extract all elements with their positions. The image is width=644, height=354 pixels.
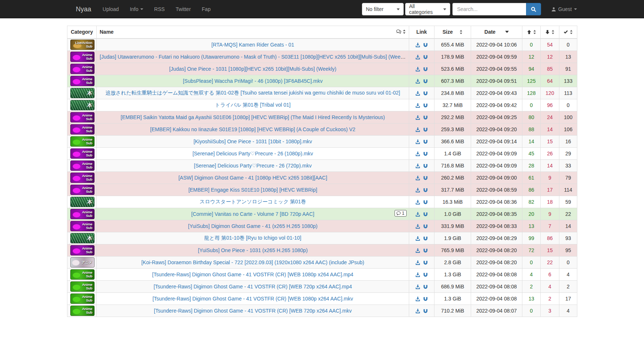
category-link[interactable]: 本	[70, 100, 93, 110]
magnet-link[interactable]	[423, 272, 428, 277]
category-link[interactable]: AnimeSub	[70, 281, 93, 292]
download-torrent-link[interactable]	[415, 115, 420, 120]
download-torrent-link[interactable]	[415, 212, 420, 217]
magnet-link[interactable]	[423, 43, 428, 47]
category-link[interactable]: AnimeSub	[70, 294, 93, 304]
torrent-name-link[interactable]: [Tsundere-Raws] Digimon Ghost Game - 41 …	[152, 272, 353, 277]
torrent-name-link[interactable]: [Tsundere-Raws] Digimon Ghost Game - 41 …	[154, 308, 352, 314]
download-torrent-link[interactable]	[415, 296, 420, 301]
brand-link[interactable]: Nyaa	[76, 0, 91, 18]
magnet-link[interactable]	[423, 139, 428, 144]
torrent-name-link[interactable]: 龍と苺 第01-10巻 [Ryu to Ichigo vol 01-10]	[204, 235, 301, 241]
torrent-name-link[interactable]: [EMBER] Kakkou no Iinazuke S01E19 [1080p…	[150, 126, 355, 132]
magnet-link[interactable]	[423, 176, 428, 180]
nav-item-info[interactable]: Info	[124, 0, 148, 18]
download-torrent-link[interactable]	[415, 260, 420, 265]
download-torrent-link[interactable]	[415, 103, 420, 108]
download-torrent-link[interactable]	[415, 43, 420, 47]
magnet-link[interactable]	[423, 200, 428, 204]
header-completed[interactable]	[559, 26, 577, 38]
download-torrent-link[interactable]	[415, 151, 420, 156]
category-link[interactable]: AnimeSub	[70, 64, 93, 74]
torrent-name-link[interactable]: [RTA-MQS] Kamen Rider Geats - 01	[211, 42, 294, 48]
download-torrent-link[interactable]	[415, 272, 420, 277]
category-link[interactable]: AnimeSub	[70, 185, 93, 195]
torrent-name-link[interactable]: スロウスタートアンソロジーコミック 第01巻	[200, 199, 306, 204]
nav-item-rss[interactable]: RSS	[149, 0, 170, 18]
category-link[interactable]: AnimeSub	[70, 209, 93, 219]
magnet-link[interactable]	[423, 248, 428, 253]
torrent-name-link[interactable]: [Koi-Raws] Doraemon Birthday Special - 7…	[141, 259, 364, 265]
category-link[interactable]: 本	[70, 88, 93, 98]
category-link[interactable]: AnimeSub	[70, 306, 93, 316]
download-torrent-link[interactable]	[415, 139, 420, 144]
torrent-name-link[interactable]: [SubsPlease] Waccha PriMagi! - 46 (1080p…	[183, 78, 323, 84]
torrent-name-link[interactable]: 追放された転生重騎士はゲーム知識で無双する 第01-02巻 [Tsuiho sa…	[106, 90, 400, 96]
magnet-link[interactable]	[423, 236, 428, 241]
magnet-link[interactable]	[423, 224, 428, 229]
header-size[interactable]: Size	[434, 26, 471, 38]
download-torrent-link[interactable]	[415, 200, 420, 204]
category-link[interactable]: AnimeSub	[70, 136, 93, 147]
download-torrent-link[interactable]	[415, 176, 420, 180]
torrent-name-link[interactable]: [Judas] Utawarerumono - Futari no Hakuor…	[100, 54, 408, 60]
magnet-link[interactable]	[423, 163, 428, 168]
category-link[interactable]: AnimeSub	[70, 221, 93, 231]
user-menu[interactable]: Guest	[551, 6, 577, 12]
torrent-name-link[interactable]: [Tsundere-Raws] Digimon Ghost Game - 41 …	[152, 296, 353, 302]
category-link[interactable]: アニメ	[70, 257, 93, 268]
magnet-link[interactable]	[423, 260, 428, 265]
torrent-name-link[interactable]: [EMBER] Engage Kiss S01E10 [1080p] [HEVC…	[188, 187, 317, 193]
header-date[interactable]: Date	[471, 26, 522, 38]
magnet-link[interactable]	[423, 103, 428, 108]
torrent-name-link[interactable]: [Judas] One Piece - 1031 [1080p][HEVC x2…	[169, 66, 337, 72]
torrent-name-link[interactable]: [KiyoshiiSubs] One Piece - 1031 [10bit -…	[193, 139, 312, 144]
magnet-link[interactable]	[423, 212, 428, 217]
category-link[interactable]: AnimeSub	[70, 245, 93, 255]
download-torrent-link[interactable]	[415, 284, 420, 289]
download-torrent-link[interactable]	[415, 248, 420, 253]
category-link[interactable]: AnimeSub	[70, 173, 93, 183]
download-torrent-link[interactable]	[415, 188, 420, 192]
magnet-link[interactable]	[423, 127, 428, 132]
magnet-link[interactable]	[423, 151, 428, 156]
download-torrent-link[interactable]	[415, 55, 420, 59]
download-torrent-link[interactable]	[415, 163, 420, 168]
magnet-link[interactable]	[423, 91, 428, 96]
category-link[interactable]: AnimeSub	[70, 52, 93, 62]
magnet-link[interactable]	[423, 55, 428, 59]
category-link[interactable]: AnimeSub	[70, 148, 93, 159]
comment-count-badge[interactable]: 1	[395, 210, 407, 217]
magnet-link[interactable]	[423, 115, 428, 120]
nav-item-fap[interactable]: Fap	[196, 0, 216, 18]
nav-item-twitter[interactable]: Twitter	[170, 0, 196, 18]
download-torrent-link[interactable]	[415, 309, 420, 313]
magnet-link[interactable]	[423, 79, 428, 84]
category-link[interactable]: 本	[70, 197, 93, 207]
category-link[interactable]: 本	[70, 233, 93, 243]
category-link[interactable]: LiveActionSub	[70, 40, 93, 50]
torrent-name-link[interactable]: [YuiSubs] Digimon Ghost Game - 41 (x265 …	[188, 223, 317, 229]
download-torrent-link[interactable]	[415, 236, 420, 241]
torrent-name-link[interactable]: [Commie] Vanitas no Carte - Volume 7 [BD…	[191, 211, 314, 217]
magnet-link[interactable]	[423, 67, 428, 71]
magnet-link[interactable]	[423, 284, 428, 289]
torrent-name-link[interactable]: [Serenae] Delicious Party♡Precure - 26 (…	[192, 151, 313, 156]
torrent-name-link[interactable]: トライバル 第01巻 [Tribal vol 01]	[215, 102, 291, 108]
download-torrent-link[interactable]	[415, 127, 420, 132]
category-select[interactable]: All categories	[405, 3, 450, 15]
download-torrent-link[interactable]	[415, 91, 420, 96]
filter-select[interactable]: No filter	[362, 3, 404, 15]
header-seeders[interactable]	[522, 26, 541, 38]
magnet-link[interactable]	[423, 296, 428, 301]
category-link[interactable]: AnimeSub	[70, 76, 93, 86]
category-link[interactable]: AnimeSub	[70, 161, 93, 171]
magnet-link[interactable]	[423, 188, 428, 192]
search-input[interactable]	[452, 3, 526, 15]
torrent-name-link[interactable]: [Tsundere-Raws] Digimon Ghost Game - 41 …	[153, 284, 352, 290]
torrent-name-link[interactable]: [YuiSubs] One Piece - 1031 (x265 H.265 1…	[198, 247, 308, 253]
search-button[interactable]	[526, 3, 541, 15]
torrent-name-link[interactable]: [ASW] Digimon Ghost Game - 41 [1080p HEV…	[178, 175, 327, 181]
download-torrent-link[interactable]	[415, 79, 420, 84]
download-torrent-link[interactable]	[415, 224, 420, 229]
